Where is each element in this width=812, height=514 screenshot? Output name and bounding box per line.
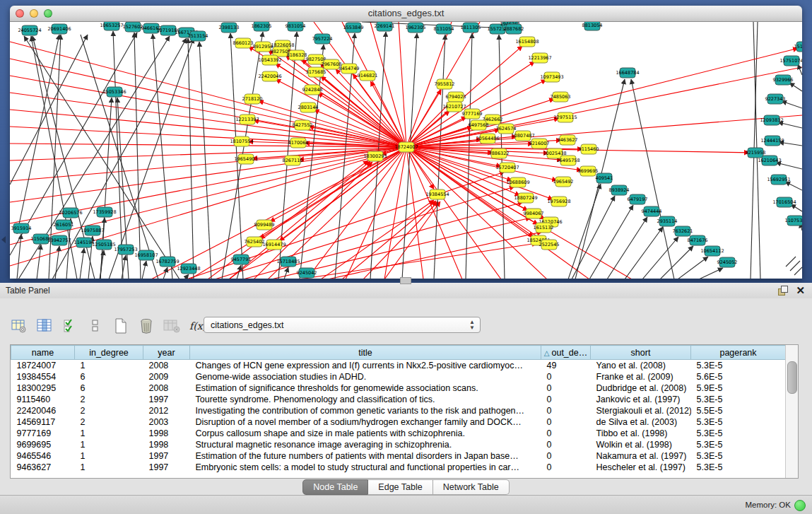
citation-edge[interactable] bbox=[276, 64, 406, 147]
table-cell[interactable]: 2008 bbox=[143, 382, 190, 394]
table-row[interactable]: 1872400712008Changes of HCN gene express… bbox=[11, 360, 786, 371]
scrollbar-thumb[interactable] bbox=[787, 361, 797, 394]
graph-node-2803144[interactable]: 2803144 bbox=[298, 103, 319, 112]
graph-node-6497568[interactable]: 6497568 bbox=[469, 120, 489, 130]
graph-node-22420046[interactable]: 22420046 bbox=[258, 71, 281, 81]
table-row[interactable]: 946554611997Estimation of the future num… bbox=[11, 450, 786, 462]
graph-edge[interactable] bbox=[660, 246, 693, 279]
graph-edge[interactable] bbox=[625, 227, 663, 279]
table-cell[interactable]: Structural magnetic resonance image aver… bbox=[190, 439, 541, 450]
graph-node-12923448[interactable]: 12923448 bbox=[177, 264, 200, 274]
table-cell[interactable]: 5.3E-5 bbox=[691, 462, 786, 473]
table-cell[interactable]: Hescheler et al. (1997) bbox=[591, 462, 691, 473]
graph-node-10807487[interactable]: 10807487 bbox=[511, 131, 534, 141]
table-cell[interactable]: 1 bbox=[75, 360, 143, 371]
table-cell[interactable]: 5.6E-5 bbox=[691, 371, 786, 382]
graph-node-12975115[interactable]: 12975115 bbox=[553, 112, 577, 122]
table-cell[interactable]: 2 bbox=[75, 405, 143, 416]
graph-node-1962305[interactable]: 1962305 bbox=[406, 23, 426, 33]
graph-node-9115460[interactable]: 9115460 bbox=[579, 144, 599, 154]
graph-node-16782759[interactable]: 16782759 bbox=[155, 257, 179, 267]
table-cell[interactable]: 18300295 bbox=[11, 382, 75, 394]
table-cell[interactable]: 0 bbox=[541, 428, 591, 439]
table-cell[interactable]: 0 bbox=[541, 371, 591, 382]
table-cell[interactable]: 0 bbox=[541, 405, 591, 416]
network-window-titlebar[interactable]: citations_edges.txt bbox=[10, 6, 802, 22]
table-cell[interactable]: 6 bbox=[75, 371, 143, 382]
split-view-button[interactable] bbox=[86, 317, 105, 334]
table-row[interactable]: 1830029562008Estimation of significance … bbox=[11, 382, 786, 394]
citation-edge[interactable] bbox=[321, 76, 406, 147]
table-cell[interactable]: 5.3E-5 bbox=[691, 416, 786, 428]
graph-edge[interactable] bbox=[17, 35, 59, 234]
graph-node-12213397[interactable]: 12213397 bbox=[235, 115, 259, 124]
graph-edge[interactable] bbox=[10, 93, 406, 147]
graph-node-9242848[interactable]: 9242848 bbox=[302, 85, 323, 95]
graph-node-7957224[interactable]: 7957224 bbox=[312, 34, 333, 44]
table-row[interactable]: 911546021997Tourette syndrome. Phenomeno… bbox=[11, 394, 786, 405]
graph-node-8267110[interactable]: 8267110 bbox=[283, 156, 303, 165]
graph-node-2887682[interactable]: 2887682 bbox=[504, 24, 524, 34]
graph-edge[interactable] bbox=[10, 147, 406, 202]
graph-node-10973493[interactable]: 10973493 bbox=[540, 72, 563, 82]
table-cell[interactable]: 0 bbox=[541, 450, 591, 462]
graph-edge[interactable] bbox=[678, 257, 708, 279]
graph-edge[interactable] bbox=[142, 261, 146, 279]
graph-node-9831054[interactable]: 9831054 bbox=[286, 22, 306, 31]
table-cell[interactable]: 5.3E-5 bbox=[691, 428, 786, 439]
graph-edge[interactable] bbox=[399, 22, 406, 147]
table-cell[interactable]: Changes of HCN gene expression and I(f) … bbox=[190, 360, 541, 371]
table-cell[interactable]: Jankovic et al. (1997) bbox=[591, 394, 691, 405]
table-cell[interactable]: 0 bbox=[541, 382, 591, 394]
graph-edge[interactable] bbox=[10, 35, 88, 185]
graph-node-2935114[interactable]: 2935114 bbox=[657, 216, 678, 226]
float-panel-icon[interactable] bbox=[778, 286, 788, 296]
table-cell[interactable]: Genome-wide association studies in ADHD. bbox=[190, 371, 541, 382]
graph-node-1965492[interactable]: 1965492 bbox=[553, 177, 574, 187]
table-cell[interactable]: 1 bbox=[75, 450, 143, 462]
graph-edge[interactable] bbox=[798, 64, 802, 75]
table-cell[interactable]: 0 bbox=[541, 462, 591, 473]
graph-node-1107533[interactable]: 1107533 bbox=[785, 216, 802, 226]
column-header-in_degree[interactable]: in_degree bbox=[75, 346, 143, 360]
graph-node-2269141[interactable]: 2269141 bbox=[375, 22, 395, 31]
graph-edge[interactable] bbox=[346, 147, 406, 279]
graph-node-9984067[interactable]: 9984067 bbox=[524, 209, 544, 218]
graph-edge[interactable] bbox=[776, 163, 802, 169]
table-cell[interactable]: 9699695 bbox=[11, 439, 75, 450]
graph-node-9245042[interactable]: 9245042 bbox=[297, 268, 317, 278]
column-header-name[interactable]: name bbox=[11, 346, 75, 360]
table-cell[interactable]: 5.5E-5 bbox=[691, 405, 786, 416]
table-row[interactable]: 1456911722003Disruption of a novel membe… bbox=[11, 416, 786, 428]
node-table[interactable]: namein_degreeyeartitle△out_de…shortpager… bbox=[11, 345, 786, 473]
table-cell[interactable]: Disruption of a novel member of a sodium… bbox=[190, 416, 541, 428]
graph-node-1527602[interactable]: 1527602 bbox=[123, 22, 143, 32]
graph-node-9474444[interactable]: 9474444 bbox=[642, 206, 662, 216]
graph-node-8427552[interactable]: 8427552 bbox=[293, 120, 313, 130]
graph-node-8186328[interactable]: 8186328 bbox=[287, 50, 307, 60]
delete-rows-trash-button[interactable] bbox=[137, 317, 155, 334]
graph-edge[interactable] bbox=[55, 246, 59, 279]
tab-network-table[interactable]: Network Table bbox=[433, 479, 510, 495]
graph-edge[interactable] bbox=[188, 38, 194, 279]
graph-node-9457791[interactable]: 9457791 bbox=[231, 255, 252, 264]
graph-node-9777169[interactable]: 9777169 bbox=[462, 109, 483, 119]
table-cell[interactable]: Dudbridge et al. (2008) bbox=[591, 382, 691, 394]
column-header-short[interactable]: short bbox=[591, 346, 691, 360]
graph-node-1145194[interactable]: 1145194 bbox=[74, 238, 95, 247]
column-header-year[interactable]: year bbox=[143, 346, 190, 360]
table-cell[interactable]: 5.3E-5 bbox=[691, 394, 786, 405]
table-cell[interactable]: Tibbo et al. (1998) bbox=[591, 428, 691, 439]
graph-edge[interactable] bbox=[134, 33, 141, 279]
graph-node-12505185[interactable]: 12505185 bbox=[92, 240, 115, 250]
graph-node-10688609[interactable]: 10688609 bbox=[506, 177, 529, 187]
graph-edge[interactable] bbox=[199, 42, 211, 279]
graph-node-1553849[interactable]: 1553849 bbox=[343, 23, 364, 33]
graph-edge[interactable] bbox=[786, 257, 796, 267]
graph-node-8660123[interactable]: 8660123 bbox=[233, 38, 254, 48]
table-cell[interactable]: 1 bbox=[75, 439, 143, 450]
table-settings-button[interactable] bbox=[10, 317, 28, 334]
citation-network-graph[interactable]: 1872400786601238912954182260589827509818… bbox=[10, 22, 802, 279]
graph-node-25053346[interactable]: 25053346 bbox=[102, 87, 126, 97]
graph-edge[interactable] bbox=[789, 83, 802, 91]
